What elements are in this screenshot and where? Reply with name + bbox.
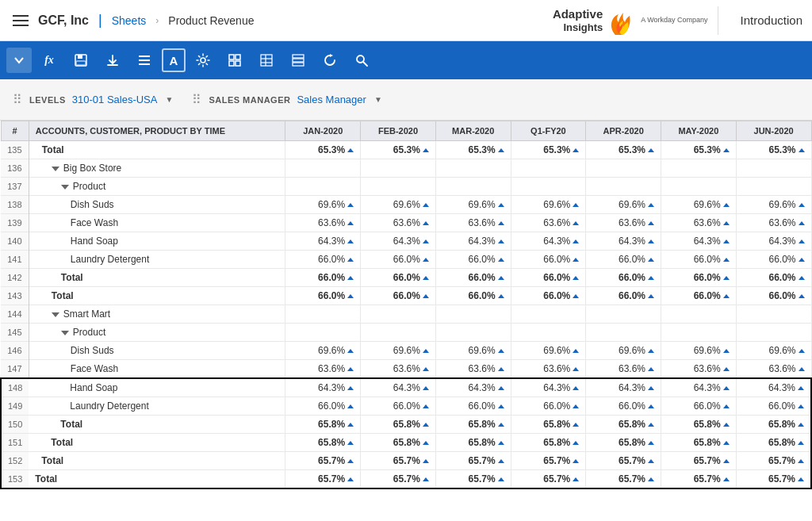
table-row[interactable]: 145Product	[1, 324, 811, 342]
row-value[interactable]: 66.0%	[736, 251, 811, 269]
table-row[interactable]: 140Hand Soap64.3%64.3%64.3%64.3%64.3%64.…	[1, 232, 811, 251]
row-value[interactable]: 69.6%	[661, 342, 737, 360]
row-value[interactable]: 63.6%	[736, 360, 811, 379]
row-label[interactable]: Face Wash	[29, 360, 285, 379]
row-value[interactable]: 69.6%	[435, 196, 511, 214]
row-value[interactable]: 65.7%	[511, 470, 586, 489]
row-value[interactable]: 66.0%	[435, 287, 511, 305]
row-value[interactable]: 66.0%	[285, 397, 361, 416]
row-label[interactable]: Laundry Detergent	[29, 397, 285, 416]
row-value[interactable]: 65.7%	[285, 452, 361, 470]
row-value[interactable]: 64.3%	[511, 378, 586, 397]
text-button[interactable]: A	[162, 48, 186, 72]
row-value[interactable]	[285, 324, 361, 342]
download-button[interactable]	[98, 46, 127, 75]
row-label[interactable]: Smart Mart	[29, 305, 285, 324]
row-value[interactable]: 66.0%	[661, 397, 737, 416]
row-label[interactable]: Total	[29, 141, 285, 159]
row-value[interactable]: 66.0%	[285, 251, 361, 269]
row-value[interactable]: 66.0%	[511, 269, 586, 287]
row-value[interactable]	[661, 159, 737, 178]
row-value[interactable]	[586, 324, 661, 342]
table-row[interactable]: 147Face Wash63.6%63.6%63.6%63.6%63.6%63.…	[1, 360, 811, 379]
row-value[interactable]: 66.0%	[736, 397, 811, 416]
row-value[interactable]	[361, 159, 436, 178]
row-value[interactable]: 65.8%	[736, 416, 811, 434]
table-row[interactable]: 144Smart Mart	[1, 305, 811, 324]
toolbar-dropdown-button[interactable]	[6, 48, 32, 73]
row-label[interactable]: Total	[29, 470, 285, 489]
row-value[interactable]: 65.3%	[435, 141, 511, 159]
row-value[interactable]: 69.6%	[285, 196, 361, 214]
row-value[interactable]: 65.3%	[285, 141, 361, 159]
row-value[interactable]: 66.0%	[285, 287, 361, 305]
row-value[interactable]: 63.6%	[361, 360, 436, 379]
row-value[interactable]: 66.0%	[586, 251, 661, 269]
settings-button[interactable]	[189, 46, 217, 75]
expand-icon[interactable]	[61, 331, 69, 335]
table-row[interactable]: 141Laundry Detergent66.0%66.0%66.0%66.0%…	[1, 251, 811, 269]
table-row[interactable]: 142Total66.0%66.0%66.0%66.0%66.0%66.0%66…	[1, 269, 811, 287]
row-value[interactable]: 69.6%	[511, 196, 586, 214]
row-value[interactable]: 69.6%	[586, 342, 661, 360]
row-value[interactable]: 66.0%	[285, 269, 361, 287]
list-button[interactable]	[130, 46, 159, 75]
formula-button[interactable]: fx	[35, 46, 63, 75]
row-value[interactable]	[586, 159, 661, 178]
row-value[interactable]	[361, 178, 436, 196]
row-label[interactable]: Total	[29, 287, 285, 305]
row-value[interactable]: 65.8%	[586, 416, 661, 434]
row-value[interactable]: 66.0%	[586, 397, 661, 416]
table-row[interactable]: 139Face Wash63.6%63.6%63.6%63.6%63.6%63.…	[1, 214, 811, 232]
table-row[interactable]: 151Total65.8%65.8%65.8%65.8%65.8%65.8%65…	[1, 434, 811, 452]
row-value[interactable]: 69.6%	[361, 342, 436, 360]
row-value[interactable]: 63.6%	[285, 360, 361, 379]
row-value[interactable]: 69.6%	[361, 196, 436, 214]
row-value[interactable]: 65.3%	[511, 141, 586, 159]
row-value[interactable]	[361, 305, 436, 324]
row-value[interactable]: 69.6%	[285, 342, 361, 360]
row-value[interactable]: 64.3%	[361, 378, 436, 397]
rows-button[interactable]	[284, 46, 312, 75]
row-value[interactable]: 65.3%	[736, 141, 811, 159]
hamburger-menu-icon[interactable]	[10, 12, 32, 29]
row-value[interactable]	[435, 324, 511, 342]
row-value[interactable]: 69.6%	[586, 196, 661, 214]
row-value[interactable]	[511, 178, 586, 196]
row-value[interactable]: 65.8%	[285, 416, 361, 434]
row-value[interactable]: 65.7%	[661, 470, 737, 489]
row-label[interactable]: Product	[29, 178, 285, 196]
row-label[interactable]: Hand Soap	[29, 232, 285, 251]
row-value[interactable]: 63.6%	[661, 360, 737, 379]
row-value[interactable]: 66.0%	[435, 251, 511, 269]
row-value[interactable]: 66.0%	[736, 269, 811, 287]
row-value[interactable]: 66.0%	[361, 251, 436, 269]
sales-manager-value[interactable]: Sales Manager	[297, 94, 366, 105]
row-value[interactable]: 65.8%	[586, 434, 661, 452]
row-value[interactable]: 65.8%	[511, 434, 586, 452]
row-value[interactable]	[586, 178, 661, 196]
row-value[interactable]: 66.0%	[361, 287, 436, 305]
row-value[interactable]: 65.3%	[586, 141, 661, 159]
row-value[interactable]: 66.0%	[661, 251, 737, 269]
row-label[interactable]: Face Wash	[29, 214, 285, 232]
expand-icon[interactable]	[52, 167, 59, 171]
row-value[interactable]	[661, 305, 737, 324]
row-label[interactable]: Total	[29, 269, 285, 287]
sales-manager-dropdown-icon[interactable]: ▼	[374, 95, 382, 104]
row-value[interactable]: 69.6%	[736, 196, 811, 214]
table-row[interactable]: 148Hand Soap64.3%64.3%64.3%64.3%64.3%64.…	[1, 378, 811, 397]
row-label[interactable]: Big Box Store	[29, 159, 285, 178]
row-value[interactable]: 66.0%	[586, 287, 661, 305]
row-label[interactable]: Product	[29, 324, 285, 342]
row-value[interactable]: 63.6%	[511, 214, 586, 232]
row-value[interactable]: 64.3%	[661, 232, 737, 251]
breadcrumb-sheets-link[interactable]: Sheets	[112, 14, 147, 27]
row-value[interactable]: 65.7%	[586, 470, 661, 489]
row-value[interactable]: 65.8%	[435, 416, 511, 434]
row-value[interactable]	[586, 305, 661, 324]
row-value[interactable]: 69.6%	[661, 196, 737, 214]
row-value[interactable]: 65.7%	[586, 452, 661, 470]
row-value[interactable]: 63.6%	[435, 360, 511, 379]
row-value[interactable]: 64.3%	[661, 378, 737, 397]
